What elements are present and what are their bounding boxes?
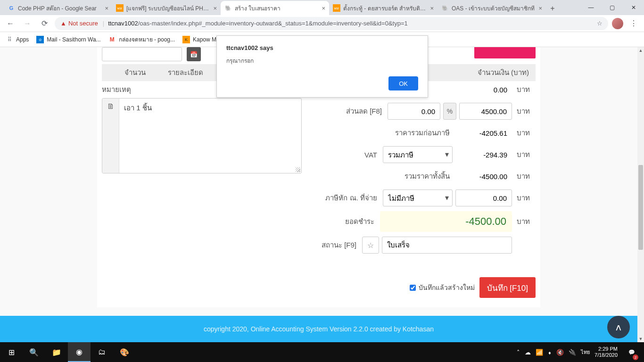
- address-bar[interactable]: ▲ Not secure | ttcnav1002/oas-master/ind…: [55, 17, 608, 30]
- browser-tab[interactable]: 🐘 OAS - เข้าระบบด้วยบัญชีสมาชิกที ×: [438, 1, 546, 15]
- document-icon: 🗎: [102, 99, 119, 173]
- window-controls: ― ▢ ✕: [580, 0, 644, 15]
- save-new-checkbox[interactable]: [410, 285, 416, 291]
- forward-button[interactable]: →: [21, 17, 34, 30]
- browser-tab[interactable]: wsr [แจกฟรี] ระบบบัญชีออนไลน์ PHP C ×: [112, 1, 221, 15]
- dialog-message: กรุณากรอก: [226, 56, 418, 65]
- chrome-icon[interactable]: ◉: [68, 342, 91, 362]
- browser-tab-strip: G Code PHP สต๊อก - Google Sear × wsr [แจ…: [0, 0, 644, 15]
- close-button[interactable]: ✕: [623, 0, 644, 15]
- close-icon[interactable]: ×: [213, 5, 217, 12]
- grand-label: รวมราคาทั้งสิ้น: [306, 171, 455, 182]
- clock[interactable]: 2:29 PM 7/18/2020: [594, 346, 618, 358]
- wht-label: ภาษีหัก ณ. ที่จ่าย: [306, 192, 383, 204]
- discount-label: ส่วนลด [F8]: [306, 106, 388, 117]
- unit-label: บาท: [517, 84, 536, 95]
- subtotal-value: [455, 124, 512, 141]
- vat-select[interactable]: รวมภาษี: [383, 146, 453, 163]
- dropbox-icon[interactable]: ⬧: [548, 349, 552, 356]
- favicon: 🐘: [441, 4, 449, 12]
- network-icon[interactable]: 📶: [536, 349, 543, 356]
- wht-select[interactable]: ไม่มีภาษี: [383, 189, 453, 206]
- app-icon[interactable]: 🗂: [91, 342, 113, 362]
- new-tab-button[interactable]: +: [546, 2, 559, 15]
- favicon: wsr: [116, 4, 124, 12]
- unit-label: บาท: [517, 149, 536, 160]
- unit-label: บาท: [517, 127, 536, 139]
- browser-tab-active[interactable]: 🐘 สร้าง ใบเสนอราคา ×: [221, 1, 329, 15]
- system-tray: ˄ ☁ 📶 ⬧ 🔇 🔌 ไทย 2:29 PM 7/18/2020 💬2: [517, 342, 644, 362]
- profile-avatar[interactable]: [612, 18, 623, 29]
- scroll-down-arrow[interactable]: ▼: [637, 336, 644, 342]
- col-qty: จำนวน: [102, 67, 168, 78]
- scrollbar-thumb[interactable]: [638, 165, 643, 250]
- alert-dialog: ttcnav1002 says กรุณากรอก OK: [216, 35, 428, 98]
- browser-tab[interactable]: wsr ตั้งกระทู้ - ดยสารบอร์ด สำหรับติดต่ …: [329, 1, 438, 15]
- vat-amount: [455, 146, 512, 163]
- not-secure-badge[interactable]: ▲ Not secure: [60, 20, 98, 27]
- close-icon[interactable]: ×: [538, 5, 542, 12]
- search-button[interactable]: 🔍: [23, 342, 45, 362]
- line-total: [455, 81, 512, 98]
- grand-total: [455, 168, 512, 185]
- star-icon[interactable]: ☆: [597, 20, 603, 27]
- resize-handle[interactable]: [296, 167, 300, 172]
- unit-label: บาท: [517, 171, 536, 182]
- close-icon[interactable]: ×: [105, 5, 108, 12]
- language-indicator[interactable]: ไทย: [581, 348, 590, 356]
- url-text: ttcnav1002/oas-master/index.php#_module=…: [108, 20, 408, 27]
- bookmark-item[interactable]: oMail - Sasithorn Wa...: [36, 36, 100, 43]
- favicon: 🐘: [224, 4, 232, 12]
- status-input[interactable]: [382, 237, 512, 254]
- action-button[interactable]: [474, 47, 536, 58]
- save-button[interactable]: บันทึก [F10]: [479, 277, 536, 298]
- favicon-google: G: [8, 4, 15, 12]
- scroll-top-button[interactable]: ʌ: [607, 316, 630, 338]
- wht-amount-input[interactable]: [455, 189, 512, 206]
- battery-icon[interactable]: 🔌: [569, 349, 576, 356]
- notification-badge: 2: [633, 354, 638, 360]
- back-button[interactable]: ←: [4, 17, 17, 30]
- tab-title: สร้าง ใบเสนอราคา: [235, 4, 319, 13]
- save-new-checkbox-label[interactable]: บันทึกแล้วสร้างใหม่: [410, 282, 475, 293]
- remark-textarea[interactable]: เอา 1 ชิ้น: [119, 99, 301, 173]
- unit-label: บาท: [517, 216, 536, 227]
- close-icon[interactable]: ×: [322, 5, 325, 12]
- minimize-button[interactable]: ―: [580, 0, 602, 15]
- onedrive-icon[interactable]: ☁: [525, 349, 531, 356]
- apps-button[interactable]: ⠿Apps: [6, 36, 29, 43]
- date-input[interactable]: [102, 47, 182, 61]
- favicon: wsr: [333, 4, 340, 12]
- unit-label: บาท: [517, 106, 536, 117]
- tray-chevron-icon[interactable]: ˄: [517, 349, 520, 356]
- paint-icon[interactable]: 🎨: [113, 342, 136, 362]
- bookmark-item[interactable]: KKapow M: [182, 36, 216, 43]
- volume-icon[interactable]: 🔇: [556, 349, 564, 356]
- ok-button[interactable]: OK: [388, 76, 418, 90]
- browser-menu-button[interactable]: ⋮: [627, 19, 640, 28]
- discount-input[interactable]: [388, 103, 440, 120]
- close-icon[interactable]: ×: [430, 5, 434, 12]
- calendar-icon[interactable]: 📅: [187, 47, 201, 61]
- tab-title: ตั้งกระทู้ - ดยสารบอร์ด สำหรับติดต่: [343, 4, 427, 13]
- start-button[interactable]: ⊞: [0, 342, 23, 362]
- tab-title: Code PHP สต๊อก - Google Sear: [18, 4, 102, 13]
- tab-title: [แจกฟรี] ระบบบัญชีออนไลน์ PHP C: [126, 4, 210, 13]
- bookmark-item[interactable]: Mกล่องจดหมาย - poog...: [108, 35, 175, 44]
- remark-box: 🗎 เอา 1 ชิ้น: [102, 98, 302, 173]
- discount-amount-input[interactable]: [459, 103, 512, 120]
- notification-button[interactable]: 💬2: [622, 342, 641, 362]
- dialog-title: ttcnav1002 says: [226, 44, 418, 51]
- reload-button[interactable]: ⟳: [38, 17, 51, 30]
- balance-label: ยอดชำระ: [306, 216, 380, 227]
- scroll-up-arrow[interactable]: ▲: [637, 47, 644, 54]
- maximize-button[interactable]: ▢: [602, 0, 623, 15]
- star-button[interactable]: ☆: [362, 237, 379, 254]
- tab-title: OAS - เข้าระบบด้วยบัญชีสมาชิกที: [452, 4, 536, 13]
- vertical-scrollbar[interactable]: ▲ ▼: [637, 47, 644, 342]
- browser-tab[interactable]: G Code PHP สต๊อก - Google Sear ×: [4, 1, 112, 15]
- browser-toolbar: ← → ⟳ ▲ Not secure | ttcnav1002/oas-mast…: [0, 15, 644, 32]
- percent-button[interactable]: %: [443, 103, 456, 120]
- page-footer: copyright 2020, Online Accounting System…: [0, 316, 637, 342]
- file-explorer-icon[interactable]: 📁: [45, 342, 68, 362]
